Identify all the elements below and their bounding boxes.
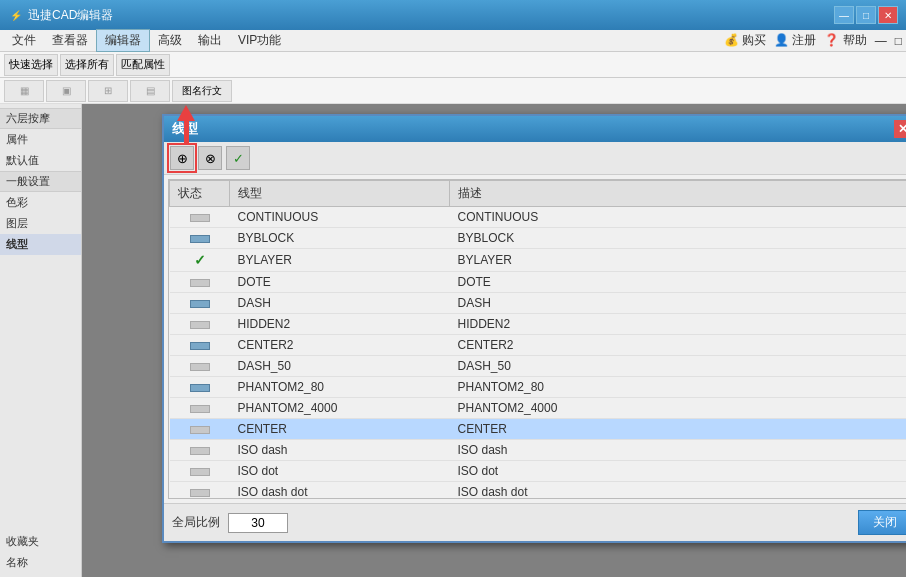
empty-icon [190,363,210,371]
table-row[interactable]: ISO dash dotISO dash dot [170,482,907,500]
layer-icon [190,342,210,350]
toolbar2-btn2[interactable]: ▣ [46,80,86,102]
empty-icon [190,426,210,434]
table-row[interactable]: PHANTOM2_4000PHANTOM2_4000 [170,398,907,419]
toolbar2-btn3[interactable]: ⊞ [88,80,128,102]
row-status [170,335,230,356]
load-linetype-button[interactable]: ⊕ [170,146,194,170]
minimize-button[interactable]: — [834,6,854,24]
row-linetype-desc: CENTER2 [450,335,907,356]
row-status [170,398,230,419]
row-linetype-desc: DOTE [450,272,907,293]
table-row[interactable]: DASH_50DASH_50 [170,356,907,377]
sidebar-section-general: 一般设置 [0,171,81,192]
dialog-title-bar: 线型 ✕ [164,116,906,142]
row-linetype-name: ISO dash dot [230,482,450,500]
sidebar-item-color[interactable]: 色彩 [0,192,81,213]
row-status [170,314,230,335]
row-linetype-desc: CONTINUOUS [450,207,907,228]
table-row[interactable]: ISO dotISO dot [170,461,907,482]
row-linetype-name: BYBLOCK [230,228,450,249]
sidebar: 六层按摩 属件 默认值 一般设置 色彩 图层 线型 收藏夹 名称 [0,104,82,577]
menu-maximize[interactable]: □ [895,34,902,48]
app-title: 迅捷CAD编辑器 [28,7,113,24]
row-status [170,377,230,398]
row-linetype-name: DASH_50 [230,356,450,377]
table-row[interactable]: DOTEDOTE [170,272,907,293]
menu-advanced[interactable]: 高级 [150,30,190,51]
sidebar-item-defaults[interactable]: 默认值 [0,150,81,171]
table-row[interactable]: DASHDASH [170,293,907,314]
row-linetype-desc: HIDDEN2 [450,314,907,335]
row-linetype-desc: DASH_50 [450,356,907,377]
delete-linetype-button[interactable]: ⊗ [198,146,222,170]
sidebar-item-favorites[interactable]: 收藏夹 [0,531,81,552]
title-bar: ⚡ 迅捷CAD编辑器 — □ ✕ [0,0,906,30]
dialog-close-button[interactable]: ✕ [894,120,906,138]
menu-buy[interactable]: 💰 购买 [724,32,766,49]
table-row[interactable]: CENTERCENTER [170,419,907,440]
row-linetype-desc: ISO dash [450,440,907,461]
row-linetype-desc: ISO dash dot [450,482,907,500]
linetype-table-scroll[interactable]: 状态 线型 描述 CONTINUOUSCONTINUOUSBYBLOCKBYBL… [168,179,906,499]
menu-minimize[interactable]: — [875,34,887,48]
row-linetype-name: DOTE [230,272,450,293]
maximize-button[interactable]: □ [856,6,876,24]
check-mark-icon: ✓ [194,252,206,268]
select-all-button[interactable]: 选择所有 [60,54,114,76]
menu-file[interactable]: 文件 [4,30,44,51]
scale-label: 全局比例 [172,514,220,531]
row-status [170,228,230,249]
row-linetype-name: ISO dot [230,461,450,482]
table-row[interactable]: BYBLOCKBYBLOCK [170,228,907,249]
dialog-toolbar: ⊕ ⊗ ✓ [164,142,906,175]
match-properties-button[interactable]: 匹配属性 [116,54,170,76]
empty-icon [190,279,210,287]
row-linetype-name: ISO dash [230,440,450,461]
table-row[interactable]: PHANTOM2_80PHANTOM2_80 [170,377,907,398]
sidebar-item-name[interactable]: 名称 [0,552,81,573]
col-status: 状态 [170,181,230,207]
toolbar-main: 快速选择 选择所有 匹配属性 [0,52,906,78]
menu-editor[interactable]: 编辑器 [96,29,150,52]
table-row[interactable]: CENTER2CENTER2 [170,335,907,356]
layer-icon [190,384,210,392]
canvas-area: 线型 ✕ ⊕ ⊗ ✓ [82,104,906,577]
empty-icon [190,405,210,413]
confirm-linetype-button[interactable]: ✓ [226,146,250,170]
col-linetype: 线型 [230,181,450,207]
sidebar-item-layer[interactable]: 图层 [0,213,81,234]
row-status [170,293,230,314]
layer-icon [190,235,210,243]
table-row[interactable]: CONTINUOUSCONTINUOUS [170,207,907,228]
menu-help[interactable]: ❓ 帮助 [824,32,866,49]
table-row[interactable]: ✓BYLAYERBYLAYER [170,249,907,272]
toolbar2-btn1[interactable]: ▦ [4,80,44,102]
toolbar2-btn5[interactable]: 图名行文 [172,80,232,102]
sidebar-item-properties[interactable]: 属件 [0,129,81,150]
close-dialog-button[interactable]: 关闭 [858,510,906,535]
sidebar-item-linetype[interactable]: 线型 [0,234,81,255]
close-window-button[interactable]: ✕ [878,6,898,24]
row-status [170,419,230,440]
menu-output[interactable]: 输出 [190,30,230,51]
menu-vip[interactable]: VIP功能 [230,30,289,51]
main-layout: 六层按摩 属件 默认值 一般设置 色彩 图层 线型 收藏夹 名称 线型 ✕ ⊕ [0,104,906,577]
quick-select-button[interactable]: 快速选择 [4,54,58,76]
row-linetype-name: CENTER2 [230,335,450,356]
table-row[interactable]: HIDDEN2HIDDEN2 [170,314,907,335]
window-controls[interactable]: — □ ✕ [834,6,898,24]
menu-register[interactable]: 👤 注册 [774,32,816,49]
row-status [170,207,230,228]
row-linetype-desc: CENTER [450,419,907,440]
empty-icon [190,447,210,455]
row-linetype-name: DASH [230,293,450,314]
scale-input[interactable] [228,513,288,533]
menu-viewer[interactable]: 查看器 [44,30,96,51]
row-linetype-name: CENTER [230,419,450,440]
row-linetype-name: PHANTOM2_80 [230,377,450,398]
table-row[interactable]: ISO dashISO dash [170,440,907,461]
toolbar2-btn4[interactable]: ▤ [130,80,170,102]
row-linetype-desc: BYBLOCK [450,228,907,249]
row-linetype-name: HIDDEN2 [230,314,450,335]
